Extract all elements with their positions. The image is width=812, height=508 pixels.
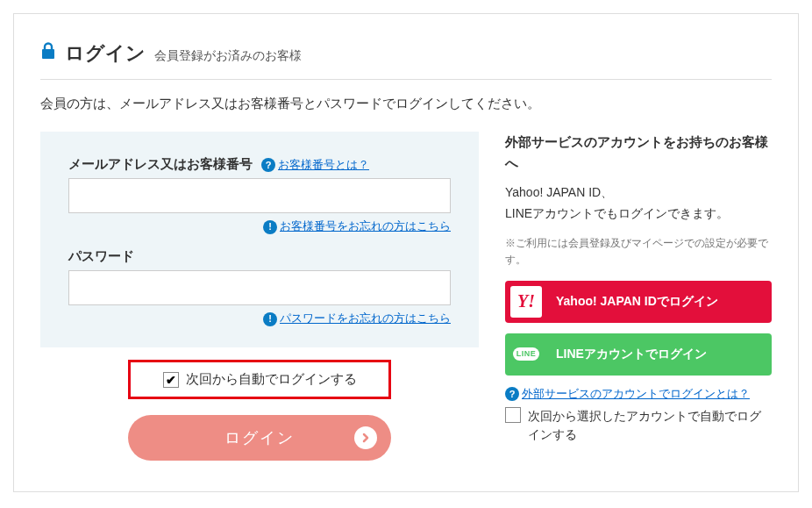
external-help-row: ?外部サービスのアカウントでログインとは？ [505,386,772,402]
auto-login-checkbox[interactable] [163,372,179,388]
question-icon: ? [505,387,519,401]
auto-login-highlight-box: 次回から自動でログインする [128,360,391,399]
customer-number-help-link[interactable]: お客様番号とは？ [278,158,369,171]
right-column: 外部サービスのアカウントをお持ちのお客様へ Yahoo! JAPAN ID、 L… [505,132,772,461]
yahoo-icon: Y! [510,286,542,318]
lock-icon [40,42,56,60]
id-label: メールアドレス又はお客様番号 [68,156,253,173]
id-label-row: メールアドレス又はお客様番号 ?お客様番号とは？ [68,156,451,173]
left-column: メールアドレス又はお客様番号 ?お客様番号とは？ !お客様番号をお忘れの方はこち… [40,132,479,461]
external-desc-line2: LINEアカウントでもログインできます。 [505,206,729,220]
info-icon: ! [263,220,277,234]
pw-label-row: パスワード [68,248,451,265]
external-service-help-link[interactable]: 外部サービスのアカウントでログインとは？ [522,387,750,400]
login-button-label: ログイン [224,427,295,448]
external-auto-login-row: 次回から選択したアカウントで自動でログインする [505,407,772,444]
external-auto-login-checkbox[interactable] [505,407,521,423]
external-note: ※ご利用には会員登録及びマイページでの設定が必要です。 [505,235,772,268]
external-heading: 外部サービスのアカウントをお持ちのお客様へ [505,132,772,174]
line-login-label: LINEアカウントでログイン [547,347,772,362]
pw-forgot-row: !パスワードをお忘れの方はこちら [68,311,451,326]
external-desc: Yahoo! JAPAN ID、 LINEアカウントでもログインできます。 [505,182,772,225]
external-desc-line1: Yahoo! JAPAN ID、 [505,185,613,199]
line-login-button[interactable]: LINE LINEアカウントでログイン [505,333,772,376]
pw-label: パスワード [68,248,134,265]
yahoo-login-label: Yahoo! JAPAN IDでログイン [547,294,772,310]
forgot-customer-number-link[interactable]: お客様番号をお忘れの方はこちら [280,219,451,233]
id-forgot-row: !お客様番号をお忘れの方はこちら [68,218,451,234]
header: ログイン 会員登録がお済みのお客様 [40,40,772,80]
line-icon: LINE [505,333,547,376]
svg-rect-0 [42,49,54,59]
instruction-text: 会員の方は、メールアドレス又はお客様番号とパスワードでログインしてください。 [40,96,772,112]
yahoo-login-button[interactable]: Y! Yahoo! JAPAN IDでログイン [505,281,772,323]
question-icon: ? [261,158,275,172]
external-auto-login-label: 次回から選択したアカウントで自動でログインする [528,407,772,444]
page-subtitle: 会員登録がお済みのお客様 [154,48,302,64]
columns: メールアドレス又はお客様番号 ?お客様番号とは？ !お客様番号をお忘れの方はこち… [40,132,772,461]
chevron-right-icon [354,426,377,449]
page-title: ログイン [65,40,146,67]
password-input[interactable] [68,270,451,305]
login-form: メールアドレス又はお客様番号 ?お客様番号とは？ !お客様番号をお忘れの方はこち… [40,132,479,347]
forgot-password-link[interactable]: パスワードをお忘れの方はこちら [280,311,451,325]
id-input[interactable] [68,178,451,213]
info-icon: ! [263,312,277,326]
login-button[interactable]: ログイン [128,415,391,461]
auto-login-label: 次回から自動でログインする [186,371,357,388]
id-help-wrap: ?お客様番号とは？ [261,157,369,173]
login-card: ログイン 会員登録がお済みのお客様 会員の方は、メールアドレス又はお客様番号とパ… [13,13,799,492]
